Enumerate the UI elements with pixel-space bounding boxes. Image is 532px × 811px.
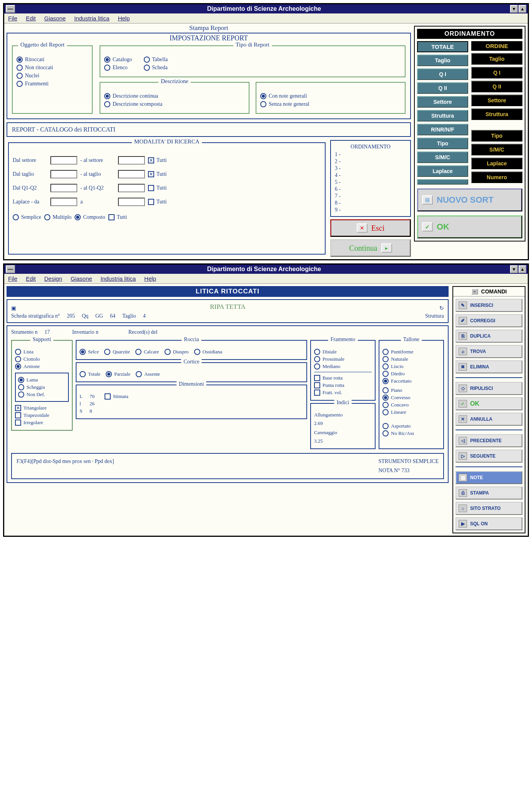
cmd-duplica[interactable]: ⎘DUPLICA <box>456 330 522 343</box>
cmd-elimina[interactable]: ✖ELIMINA <box>456 360 522 373</box>
menu-help[interactable]: Help <box>118 15 130 22</box>
from-input[interactable] <box>50 170 77 178</box>
cmd-inserisci[interactable]: ✎INSERISCI <box>456 299 522 312</box>
totale-btn[interactable]: S/M/C <box>417 152 468 163</box>
oggetto-ritoccati[interactable]: Ritoccati <box>17 57 88 63</box>
note-con[interactable]: Con note generali <box>260 93 401 99</box>
to-input[interactable] <box>118 198 145 206</box>
frammento-opt[interactable]: Prossimale <box>314 356 372 362</box>
esci-button[interactable]: ✕ Esci <box>330 219 411 237</box>
ordine-btn[interactable]: Numero <box>471 172 522 183</box>
to-input[interactable] <box>118 156 145 165</box>
cmd-annulla[interactable]: ✕ANNULLA <box>456 413 522 426</box>
tutti-check[interactable]: Tutti <box>148 185 167 191</box>
cmd-seguente[interactable]: ▷SEGUENTE <box>456 450 522 463</box>
supporti-g3[interactable]: Trapezoidale <box>15 412 69 418</box>
supporti-g2[interactable]: Non Def. <box>18 391 66 398</box>
menu-edit[interactable]: Edit <box>26 15 36 22</box>
tallone-g1[interactable]: Liscio <box>382 363 440 370</box>
totale-btn[interactable]: R/NR/N/F <box>417 124 468 135</box>
totale-btn[interactable]: Taglio <box>417 55 468 66</box>
ordine-btn[interactable]: Struttura <box>471 108 522 120</box>
oggetto-nonritoccati[interactable]: Non ritoccati <box>17 65 88 71</box>
system-menu-icon[interactable] <box>6 265 15 273</box>
to-input[interactable] <box>118 170 145 178</box>
system-menu-icon[interactable] <box>6 5 15 13</box>
roccia-opt[interactable]: Selce <box>80 349 99 355</box>
oggetto-frammenti[interactable]: Frammenti <box>17 81 88 87</box>
menu-edit[interactable]: Edit <box>26 275 36 282</box>
cmd-correggi[interactable]: ✐CORREGGI <box>456 314 522 327</box>
tallone-g3[interactable]: No Ric/Ass <box>382 430 440 436</box>
supporti-g1[interactable]: Lista <box>15 349 69 355</box>
tallone-g3[interactable]: Asportato <box>382 423 440 429</box>
menu-giasone[interactable]: Giasone <box>44 15 66 22</box>
supporti-g3[interactable]: Triangolare <box>15 405 69 411</box>
totale-btn[interactable]: Struttura <box>417 110 468 122</box>
supporti-g3[interactable]: Irregolare <box>15 420 69 426</box>
totale-btn[interactable]: Tipo <box>417 138 468 149</box>
tallone-g1[interactable]: Faccettato <box>382 378 440 384</box>
roccia-opt[interactable]: Diaspro <box>165 349 189 355</box>
tipo-elenco[interactable]: Elenco <box>104 65 132 71</box>
menu-file[interactable]: File <box>8 15 17 22</box>
cmd-sito-strato[interactable]: ⌂SITO STRATO <box>456 502 522 515</box>
stimata-check[interactable] <box>105 393 111 400</box>
cortice-opt[interactable]: Parziale <box>106 371 130 377</box>
supporti-g2[interactable]: Scheggia <box>18 384 66 390</box>
tallone-g1[interactable]: Naturale <box>382 356 440 362</box>
cmd-note[interactable]: ▤NOTE <box>456 471 522 484</box>
supporti-g1[interactable]: Arnione <box>15 363 69 370</box>
continua-button[interactable]: Continua ▸ <box>330 239 411 257</box>
nuovo-sort-button[interactable]: ⊟ NUOVO SORT <box>417 188 522 211</box>
menubar[interactable]: File Edit Giasone Industria litica Help <box>4 13 528 23</box>
to-input[interactable] <box>118 184 145 192</box>
tallone-g2[interactable]: Concavo <box>382 402 440 408</box>
tallone-g2[interactable]: Piano <box>382 387 440 393</box>
menu-help[interactable]: Help <box>144 275 156 282</box>
mode-multiplo[interactable]: Multiplo <box>44 214 71 220</box>
tallone-g2[interactable]: Convesso <box>382 395 440 401</box>
ordine-btn[interactable]: Taglio <box>471 53 522 65</box>
totale-btn[interactable]: Q II <box>417 82 468 94</box>
tutti-check[interactable]: Tutti <box>148 171 167 177</box>
menu-industria[interactable]: Industria litica <box>101 275 136 282</box>
tallone-g1[interactable]: Puntiforme <box>382 349 440 355</box>
menu-industria[interactable]: Industria litica <box>74 15 110 22</box>
roccia-opt[interactable]: Calcare <box>135 349 159 355</box>
descr-scomposta[interactable]: Descrizione scomposta <box>104 101 245 107</box>
note-senza[interactable]: Senza note general <box>260 101 401 107</box>
from-input[interactable] <box>50 184 77 192</box>
totale-btn[interactable]: Q I <box>417 68 468 80</box>
maximize-icon[interactable]: ▴ <box>519 5 526 13</box>
mode-tutti[interactable]: Tutti <box>108 214 127 220</box>
menubar-2[interactable]: File Edit Design Giasone Industria litic… <box>4 274 528 284</box>
cmd-ok[interactable]: ✓OK <box>456 397 522 410</box>
frammento-opt[interactable]: Mediano <box>314 363 372 370</box>
from-input[interactable] <box>50 156 77 165</box>
maximize-icon[interactable]: ▴ <box>519 265 526 273</box>
menu-giasone[interactable]: Giasone <box>71 275 92 282</box>
cmd-precedente[interactable]: ◁PRECEDENTE <box>456 434 522 447</box>
roccia-opt[interactable]: Quarzite <box>104 349 130 355</box>
minimize-icon[interactable]: ▾ <box>510 5 518 13</box>
tallone-g2[interactable]: Lineare <box>382 409 440 415</box>
frammento-chk[interactable]: Base rotta <box>314 375 372 381</box>
cmd-trova[interactable]: ⌕TROVA <box>456 345 522 358</box>
menu-file[interactable]: File <box>8 275 17 282</box>
minimize-icon[interactable]: ▾ <box>510 265 518 273</box>
ordine-btn[interactable]: Settore <box>471 95 522 106</box>
supporti-g2[interactable]: Lama <box>18 377 66 383</box>
cortice-opt[interactable]: Totale <box>80 371 100 377</box>
frammento-chk[interactable]: Punta rotta <box>314 382 372 388</box>
menu-design[interactable]: Design <box>44 275 62 282</box>
minimize-icon[interactable]: – <box>471 288 478 295</box>
totale-btn[interactable]: Laplace <box>417 165 468 177</box>
ok-button[interactable]: ✓ OK <box>417 215 522 238</box>
ordine-btn[interactable]: Q I <box>471 67 522 78</box>
cmd-sql-on[interactable]: ▶SQL ON <box>456 517 522 530</box>
totale-btn[interactable]: Settore <box>417 96 468 108</box>
frammento-opt[interactable]: Distale <box>314 349 372 355</box>
from-input[interactable] <box>50 198 77 206</box>
tallone-g1[interactable]: Diedro <box>382 371 440 377</box>
